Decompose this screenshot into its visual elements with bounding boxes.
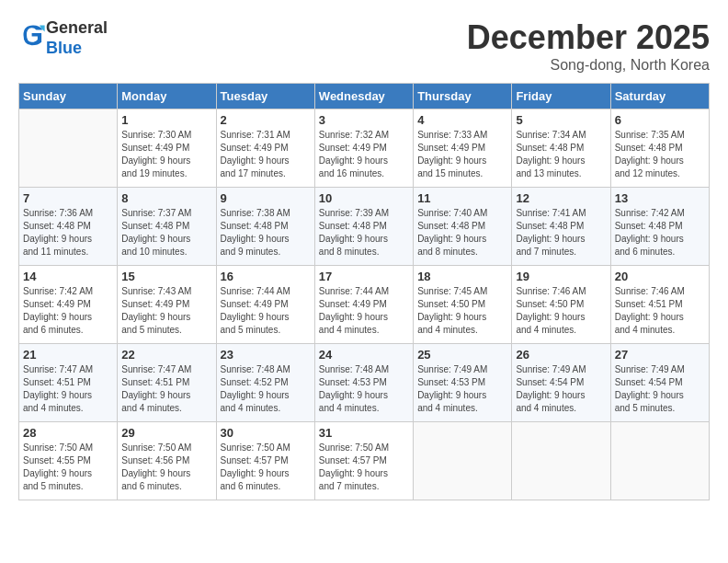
day-number: 13 bbox=[615, 191, 705, 205]
day-info: Sunrise: 7:41 AM Sunset: 4:48 PM Dayligh… bbox=[516, 207, 606, 259]
day-info: Sunrise: 7:49 AM Sunset: 4:53 PM Dayligh… bbox=[417, 363, 507, 415]
day-number: 9 bbox=[221, 191, 311, 205]
day-number: 3 bbox=[319, 113, 409, 127]
day-info: Sunrise: 7:35 AM Sunset: 4:48 PM Dayligh… bbox=[615, 129, 705, 180]
day-number: 24 bbox=[319, 348, 409, 362]
day-number: 27 bbox=[615, 348, 705, 362]
calendar-table: SundayMondayTuesdayWednesdayThursdayFrid… bbox=[18, 83, 710, 500]
calendar-cell bbox=[414, 422, 512, 500]
day-header-tuesday: Tuesday bbox=[216, 84, 314, 109]
calendar-cell: 27Sunrise: 7:49 AM Sunset: 4:54 PM Dayli… bbox=[610, 344, 709, 422]
day-info: Sunrise: 7:47 AM Sunset: 4:51 PM Dayligh… bbox=[121, 363, 211, 415]
day-info: Sunrise: 7:46 AM Sunset: 4:50 PM Dayligh… bbox=[516, 285, 606, 337]
day-header-wednesday: Wednesday bbox=[314, 84, 413, 109]
day-info: Sunrise: 7:45 AM Sunset: 4:50 PM Dayligh… bbox=[417, 285, 507, 337]
day-info: Sunrise: 7:40 AM Sunset: 4:48 PM Dayligh… bbox=[417, 207, 507, 259]
calendar-cell: 19Sunrise: 7:46 AM Sunset: 4:50 PM Dayli… bbox=[512, 266, 610, 344]
calendar-cell: 25Sunrise: 7:49 AM Sunset: 4:53 PM Dayli… bbox=[414, 344, 512, 422]
day-number: 16 bbox=[221, 270, 311, 283]
day-number: 30 bbox=[221, 426, 311, 440]
month-title: December 2025 bbox=[467, 18, 710, 57]
day-number: 26 bbox=[516, 348, 606, 362]
day-number: 29 bbox=[121, 426, 211, 440]
calendar-cell: 30Sunrise: 7:50 AM Sunset: 4:57 PM Dayli… bbox=[216, 422, 314, 500]
calendar-cell: 6Sunrise: 7:35 AM Sunset: 4:48 PM Daylig… bbox=[610, 109, 709, 188]
calendar-cell: 7Sunrise: 7:36 AM Sunset: 4:48 PM Daylig… bbox=[19, 188, 118, 266]
day-number: 4 bbox=[417, 113, 507, 127]
day-header-monday: Monday bbox=[118, 84, 216, 109]
day-number: 25 bbox=[417, 348, 507, 362]
day-info: Sunrise: 7:46 AM Sunset: 4:51 PM Dayligh… bbox=[615, 285, 705, 337]
day-number: 17 bbox=[319, 270, 409, 283]
day-info: Sunrise: 7:50 AM Sunset: 4:55 PM Dayligh… bbox=[23, 442, 113, 493]
calendar-cell: 14Sunrise: 7:42 AM Sunset: 4:49 PM Dayli… bbox=[19, 266, 118, 344]
day-number: 22 bbox=[121, 348, 211, 362]
calendar-cell: 17Sunrise: 7:44 AM Sunset: 4:49 PM Dayli… bbox=[314, 266, 413, 344]
day-number: 8 bbox=[121, 191, 211, 205]
page-header: General Blue December 2025 Song-dong, No… bbox=[18, 18, 710, 74]
week-row-5: 28Sunrise: 7:50 AM Sunset: 4:55 PM Dayli… bbox=[19, 422, 710, 500]
title-block: December 2025 Song-dong, North Korea bbox=[467, 18, 710, 74]
day-number: 14 bbox=[23, 270, 113, 283]
logo: General Blue bbox=[18, 18, 108, 58]
calendar-cell: 26Sunrise: 7:49 AM Sunset: 4:54 PM Dayli… bbox=[512, 344, 610, 422]
day-info: Sunrise: 7:33 AM Sunset: 4:49 PM Dayligh… bbox=[417, 129, 507, 180]
week-row-2: 7Sunrise: 7:36 AM Sunset: 4:48 PM Daylig… bbox=[19, 188, 710, 266]
day-number: 23 bbox=[221, 348, 311, 362]
week-row-1: 1Sunrise: 7:30 AM Sunset: 4:49 PM Daylig… bbox=[19, 109, 710, 188]
day-number: 1 bbox=[121, 113, 211, 127]
day-info: Sunrise: 7:37 AM Sunset: 4:48 PM Dayligh… bbox=[121, 207, 211, 259]
day-info: Sunrise: 7:32 AM Sunset: 4:49 PM Dayligh… bbox=[319, 129, 409, 180]
day-number: 31 bbox=[319, 426, 409, 440]
calendar-cell: 2Sunrise: 7:31 AM Sunset: 4:49 PM Daylig… bbox=[216, 109, 314, 188]
calendar-cell: 12Sunrise: 7:41 AM Sunset: 4:48 PM Dayli… bbox=[512, 188, 610, 266]
day-info: Sunrise: 7:48 AM Sunset: 4:53 PM Dayligh… bbox=[319, 363, 409, 415]
day-info: Sunrise: 7:38 AM Sunset: 4:48 PM Dayligh… bbox=[221, 207, 311, 259]
day-info: Sunrise: 7:42 AM Sunset: 4:49 PM Dayligh… bbox=[23, 285, 113, 337]
logo-text: General Blue bbox=[46, 18, 108, 58]
calendar-cell: 18Sunrise: 7:45 AM Sunset: 4:50 PM Dayli… bbox=[414, 266, 512, 344]
day-info: Sunrise: 7:44 AM Sunset: 4:49 PM Dayligh… bbox=[221, 285, 311, 337]
calendar-cell: 8Sunrise: 7:37 AM Sunset: 4:48 PM Daylig… bbox=[118, 188, 216, 266]
day-info: Sunrise: 7:48 AM Sunset: 4:52 PM Dayligh… bbox=[221, 363, 311, 415]
day-header-friday: Friday bbox=[512, 84, 610, 109]
day-info: Sunrise: 7:43 AM Sunset: 4:49 PM Dayligh… bbox=[121, 285, 211, 337]
calendar-cell: 4Sunrise: 7:33 AM Sunset: 4:49 PM Daylig… bbox=[414, 109, 512, 188]
week-row-4: 21Sunrise: 7:47 AM Sunset: 4:51 PM Dayli… bbox=[19, 344, 710, 422]
calendar-cell: 28Sunrise: 7:50 AM Sunset: 4:55 PM Dayli… bbox=[19, 422, 118, 500]
calendar-cell: 11Sunrise: 7:40 AM Sunset: 4:48 PM Dayli… bbox=[414, 188, 512, 266]
day-info: Sunrise: 7:49 AM Sunset: 4:54 PM Dayligh… bbox=[516, 363, 606, 415]
calendar-cell bbox=[610, 422, 709, 500]
day-info: Sunrise: 7:30 AM Sunset: 4:49 PM Dayligh… bbox=[121, 129, 211, 180]
day-number: 18 bbox=[417, 270, 507, 283]
day-header-thursday: Thursday bbox=[414, 84, 512, 109]
day-info: Sunrise: 7:36 AM Sunset: 4:48 PM Dayligh… bbox=[23, 207, 113, 259]
calendar-cell: 9Sunrise: 7:38 AM Sunset: 4:48 PM Daylig… bbox=[216, 188, 314, 266]
day-number: 11 bbox=[417, 191, 507, 205]
calendar-cell bbox=[19, 109, 118, 188]
day-header-saturday: Saturday bbox=[610, 84, 709, 109]
day-number: 21 bbox=[23, 348, 113, 362]
day-info: Sunrise: 7:47 AM Sunset: 4:51 PM Dayligh… bbox=[23, 363, 113, 415]
calendar-cell: 29Sunrise: 7:50 AM Sunset: 4:56 PM Dayli… bbox=[118, 422, 216, 500]
calendar-cell: 23Sunrise: 7:48 AM Sunset: 4:52 PM Dayli… bbox=[216, 344, 314, 422]
calendar-cell bbox=[512, 422, 610, 500]
calendar-cell: 31Sunrise: 7:50 AM Sunset: 4:57 PM Dayli… bbox=[314, 422, 413, 500]
calendar-cell: 21Sunrise: 7:47 AM Sunset: 4:51 PM Dayli… bbox=[19, 344, 118, 422]
calendar-cell: 10Sunrise: 7:39 AM Sunset: 4:48 PM Dayli… bbox=[314, 188, 413, 266]
week-row-3: 14Sunrise: 7:42 AM Sunset: 4:49 PM Dayli… bbox=[19, 266, 710, 344]
day-info: Sunrise: 7:50 AM Sunset: 4:57 PM Dayligh… bbox=[319, 442, 409, 493]
day-header-sunday: Sunday bbox=[19, 84, 118, 109]
day-number: 2 bbox=[221, 113, 311, 127]
calendar-cell: 13Sunrise: 7:42 AM Sunset: 4:48 PM Dayli… bbox=[610, 188, 709, 266]
calendar-cell: 1Sunrise: 7:30 AM Sunset: 4:49 PM Daylig… bbox=[118, 109, 216, 188]
calendar-cell: 20Sunrise: 7:46 AM Sunset: 4:51 PM Dayli… bbox=[610, 266, 709, 344]
day-number: 20 bbox=[615, 270, 705, 283]
day-info: Sunrise: 7:42 AM Sunset: 4:48 PM Dayligh… bbox=[615, 207, 705, 259]
calendar-cell: 3Sunrise: 7:32 AM Sunset: 4:49 PM Daylig… bbox=[314, 109, 413, 188]
day-number: 10 bbox=[319, 191, 409, 205]
calendar-cell: 22Sunrise: 7:47 AM Sunset: 4:51 PM Dayli… bbox=[118, 344, 216, 422]
day-info: Sunrise: 7:44 AM Sunset: 4:49 PM Dayligh… bbox=[319, 285, 409, 337]
day-number: 6 bbox=[615, 113, 705, 127]
day-info: Sunrise: 7:31 AM Sunset: 4:49 PM Dayligh… bbox=[221, 129, 311, 180]
